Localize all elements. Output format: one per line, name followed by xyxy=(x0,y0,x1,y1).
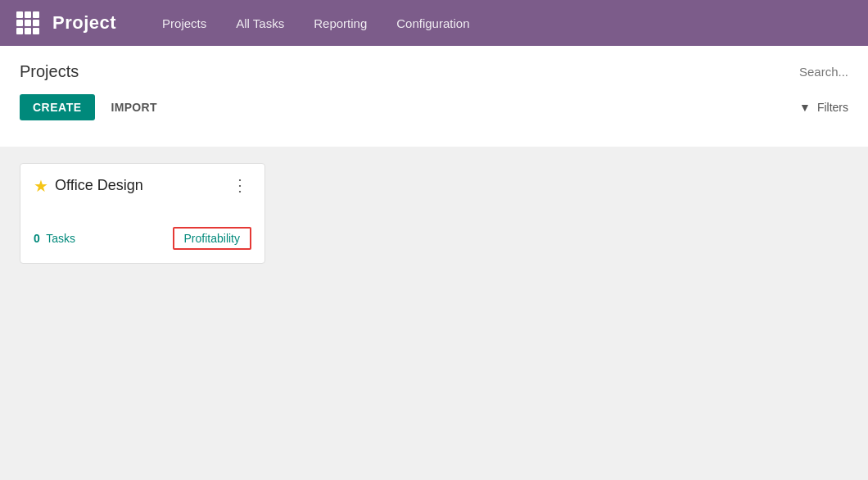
project-card: ★ Office Design ⋮ 0 Tasks Profitability xyxy=(20,163,265,264)
nav-item-reporting[interactable]: Reporting xyxy=(301,10,380,37)
nav-item-all-tasks[interactable]: All Tasks xyxy=(223,10,297,37)
card-header: ★ Office Design ⋮ xyxy=(34,177,251,194)
content-bar: Projects CREATE IMPORT ▼ Filters xyxy=(0,46,868,147)
card-title-row: ★ Office Design xyxy=(34,177,143,194)
page-header: Projects xyxy=(20,62,848,81)
filter-icon: ▼ xyxy=(799,101,811,114)
nav-item-projects[interactable]: Projects xyxy=(149,10,219,37)
nav-item-configuration[interactable]: Configuration xyxy=(383,10,482,37)
tasks-label: Tasks xyxy=(46,232,75,245)
page-title: Projects xyxy=(20,62,79,81)
star-icon[interactable]: ★ xyxy=(34,178,48,194)
navbar: Project Projects All Tasks Reporting Con… xyxy=(0,0,868,46)
main-area: ★ Office Design ⋮ 0 Tasks Profitability xyxy=(0,147,868,480)
kebab-menu-icon[interactable]: ⋮ xyxy=(228,177,251,193)
create-button[interactable]: CREATE xyxy=(20,94,95,120)
main-nav: Projects All Tasks Reporting Configurati… xyxy=(149,10,855,37)
filters-label[interactable]: Filters xyxy=(817,101,848,114)
toolbar-left: CREATE IMPORT xyxy=(20,94,164,120)
card-footer: 0 Tasks Profitability xyxy=(34,227,251,250)
profitability-button[interactable]: Profitability xyxy=(173,227,251,250)
toolbar-right: ▼ Filters xyxy=(799,101,848,114)
tasks-number: 0 xyxy=(34,232,40,245)
grid-menu-icon[interactable] xyxy=(13,8,43,38)
toolbar: CREATE IMPORT ▼ Filters xyxy=(20,94,848,134)
grid-dots xyxy=(16,11,39,34)
tasks-count: 0 Tasks xyxy=(34,232,75,245)
app-brand: Project xyxy=(52,12,116,34)
search-input[interactable] xyxy=(693,65,848,79)
import-button[interactable]: IMPORT xyxy=(105,94,164,120)
card-title: Office Design xyxy=(55,177,143,194)
